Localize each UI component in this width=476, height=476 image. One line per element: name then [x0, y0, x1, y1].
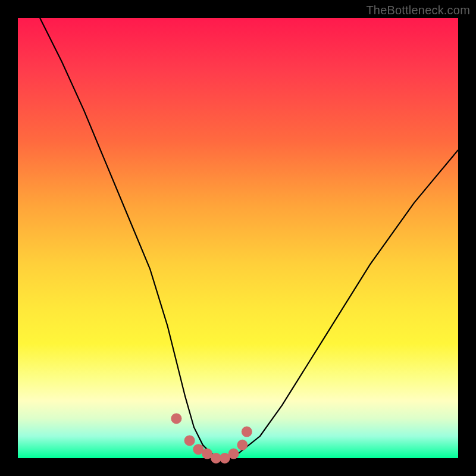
bottom-marker-group	[171, 413, 252, 464]
outer-frame: TheBottleneck.com	[0, 0, 476, 476]
marker-dot	[228, 449, 239, 459]
chart-svg	[18, 18, 458, 458]
marker-dot	[184, 435, 195, 446]
marker-dot	[171, 413, 181, 424]
watermark-text: TheBottleneck.com	[366, 4, 470, 17]
marker-dot	[237, 440, 248, 450]
marker-dot	[242, 427, 252, 437]
bottleneck-curve	[40, 18, 458, 458]
